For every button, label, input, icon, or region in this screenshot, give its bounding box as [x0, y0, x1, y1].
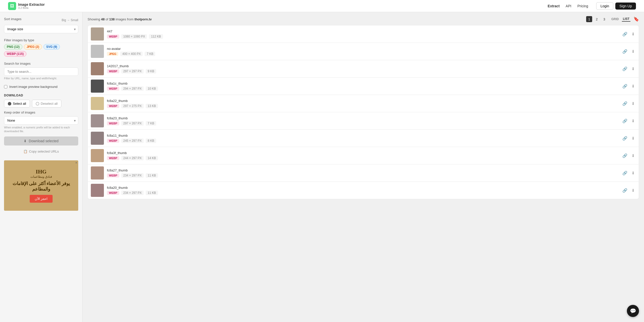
invert-checkbox[interactable] [4, 85, 7, 88]
select-all-button[interactable]: Select all [4, 100, 30, 108]
nav-api[interactable]: API [566, 4, 572, 8]
image-meta: WEBP 297 × 275 PX 13 KB [107, 104, 618, 108]
image-name: fc8a22_thumb [107, 99, 618, 103]
page-3[interactable]: 3 [601, 16, 607, 22]
copy-link-button[interactable]: 🔗 [621, 135, 628, 142]
copy-urls-button[interactable]: 📋 Copy selected URLs [4, 148, 78, 155]
nav-extract[interactable]: Extract [548, 4, 559, 8]
table-row: fc8a27_thumb WEBP 234 × 297 PX 11 KB 🔗 ⬇ [88, 164, 639, 182]
nav-pricing[interactable]: Pricing [577, 4, 588, 8]
deselect-all-icon [36, 102, 39, 105]
image-size: 11 KB [146, 173, 158, 178]
image-size: 14 KB [146, 156, 158, 160]
copy-link-button[interactable]: 🔗 [621, 187, 628, 194]
download-single-button[interactable]: ⬇ [630, 135, 636, 142]
image-info: 447 WEBP 1080 × 1080 PX 112 KB [107, 29, 618, 39]
bookmark-icon[interactable]: 🔖 [633, 16, 639, 22]
filter-section: Filter images by type PNG (12) JPEG (2) … [4, 38, 78, 57]
page-2[interactable]: 2 [594, 16, 600, 22]
image-info: fc8a23_thumb WEBP 297 × 267 PX 7 KB [107, 116, 618, 126]
table-row: no-avatar JPEG 400 × 400 PX 7 KB 🔗 ⬇ [88, 43, 639, 60]
filter-svg[interactable]: SVG (9) [44, 44, 60, 50]
download-single-button[interactable]: ⬇ [630, 187, 636, 194]
copy-link-button[interactable]: 🔗 [621, 170, 628, 176]
sort-select[interactable]: Image size [4, 25, 78, 33]
image-name: 447 [107, 29, 618, 33]
search-section: Search for images Filter by URL, name, t… [4, 62, 78, 80]
keep-order-hint: When enabled, a numeric prefix will be a… [4, 126, 78, 133]
download-single-button[interactable]: ⬇ [630, 83, 636, 90]
download-single-button[interactable]: ⬇ [630, 118, 636, 124]
download-single-button[interactable]: ⬇ [630, 65, 636, 72]
layout: Sort images Big → Small Image size ▾ Fil… [0, 12, 644, 322]
download-label: Download selected [29, 139, 58, 143]
table-row: fc8a3f_thumb WEBP 244 × 297 PX 14 KB 🔗 ⬇ [88, 147, 639, 164]
login-button[interactable]: Login [596, 2, 613, 10]
ad-cta-button[interactable]: احجز الآن [30, 195, 53, 203]
image-type-badge: WEBP [107, 69, 119, 73]
download-single-button[interactable]: ⬇ [630, 31, 636, 38]
copy-link-button[interactable]: 🔗 [621, 83, 628, 90]
download-single-button[interactable]: ⬇ [630, 152, 636, 159]
copy-link-button[interactable]: 🔗 [621, 48, 628, 55]
image-dimensions: 400 × 400 PX [120, 52, 143, 56]
keep-order-select-wrapper: None ▾ [4, 116, 78, 125]
image-thumbnail [91, 80, 104, 93]
ad-close[interactable]: ✕ [75, 161, 77, 164]
logo: 🖼 Image Extractor 3.2 Beta [8, 2, 45, 10]
signup-button[interactable]: Sign Up [615, 3, 636, 10]
image-type-badge: WEBP [107, 121, 119, 125]
download-icon: ⬇ [24, 139, 27, 143]
download-single-button[interactable]: ⬇ [630, 48, 636, 55]
pagination-view: 1 2 3 GRID LIST 🔖 [586, 16, 639, 22]
image-meta: WEBP 294 × 297 PX 10 KB [107, 86, 618, 91]
image-dimensions: 297 × 297 PX [121, 69, 144, 74]
copy-link-button[interactable]: 🔗 [621, 100, 628, 107]
copy-link-button[interactable]: 🔗 [621, 31, 628, 38]
logo-name: Image Extractor [18, 3, 45, 6]
image-actions: 🔗 ⬇ [621, 65, 636, 72]
filter-label: Filter images by type [4, 38, 78, 42]
sort-label: Sort images [4, 17, 21, 21]
filter-png[interactable]: PNG (12) [4, 44, 22, 50]
image-dimensions: 234 × 297 PX [121, 173, 144, 178]
grid-view-btn[interactable]: GRID [610, 17, 620, 21]
image-name: fc8a20_thumb [107, 186, 618, 190]
page-1[interactable]: 1 [586, 16, 592, 22]
search-label: Search for images [4, 62, 78, 65]
copy-link-button[interactable]: 🔗 [621, 152, 628, 159]
download-title: DOWNLOAD [4, 94, 78, 97]
image-type-badge: WEBP [107, 87, 119, 91]
chat-bubble[interactable]: 💬 [627, 305, 639, 317]
image-info: fc8a22_thumb WEBP 297 × 275 PX 13 KB [107, 99, 618, 108]
table-row: fc8a11_thumb WEBP 245 × 297 PX 8 KB 🔗 ⬇ [88, 129, 639, 147]
download-single-button[interactable]: ⬇ [630, 170, 636, 176]
image-meta: WEBP 234 × 297 PX 11 KB [107, 191, 618, 195]
deselect-all-button[interactable]: Deselect all [32, 100, 61, 108]
filter-jpeg[interactable]: JPEG (2) [24, 44, 42, 50]
copy-link-button[interactable]: 🔗 [621, 118, 628, 124]
select-all-label: Select all [13, 102, 26, 105]
image-name: fc8a3f_thumb [107, 151, 618, 155]
image-thumbnail [91, 97, 104, 110]
list-view-btn[interactable]: LIST [622, 17, 630, 22]
sidebar: Sort images Big → Small Image size ▾ Fil… [0, 12, 83, 322]
image-meta: WEBP 297 × 297 PX 9 KB [107, 69, 618, 74]
image-actions: 🔗 ⬇ [621, 170, 636, 176]
search-input[interactable] [4, 67, 78, 76]
image-actions: 🔗 ⬇ [621, 83, 636, 90]
filter-webp[interactable]: WEBP (115) [4, 51, 26, 57]
header: 🖼 Image Extractor 3.2 Beta Extract API P… [0, 0, 644, 12]
keep-order-select[interactable]: None [4, 116, 78, 125]
page-numbers: 1 2 3 [586, 16, 607, 22]
copy-link-button[interactable]: 🔗 [621, 65, 628, 72]
image-meta: WEBP 297 × 267 PX 7 KB [107, 121, 618, 126]
invert-checkbox-row[interactable]: Invert image preview background [4, 85, 78, 89]
image-meta: WEBP 244 × 297 PX 14 KB [107, 156, 618, 160]
image-actions: 🔗 ⬇ [621, 48, 636, 55]
image-name: no-avatar [107, 47, 618, 51]
download-button[interactable]: ⬇ Download selected [4, 136, 78, 146]
image-type-badge: WEBP [107, 191, 119, 195]
image-actions: 🔗 ⬇ [621, 100, 636, 107]
download-single-button[interactable]: ⬇ [630, 100, 636, 107]
